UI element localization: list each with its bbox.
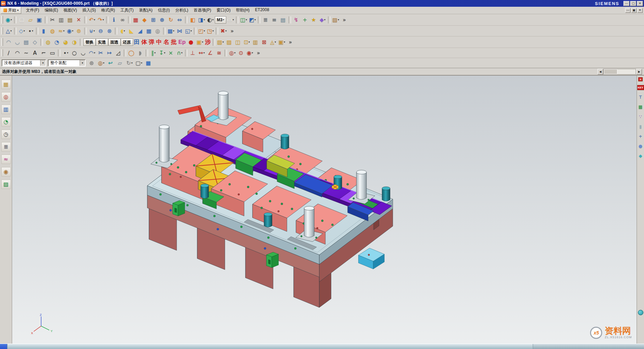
offset-curve-icon[interactable]: ∥▾ [149, 49, 158, 57]
extrude-icon[interactable]: ▮ [39, 27, 48, 35]
fit-view-icon[interactable]: ⊞ [149, 16, 158, 24]
text-icon[interactable]: A [31, 49, 39, 57]
dimension-icon[interactable]: ↔▾ [197, 49, 206, 57]
mold-wizard-icon[interactable]: ▣▾ [196, 38, 204, 47]
yellow-disc[interactable] [332, 185, 339, 189]
datum-plane-icon[interactable]: ◇▾ [18, 27, 26, 35]
mold-core-icon[interactable]: ◫ [234, 38, 242, 47]
undo-icon[interactable]: ↶▾ [88, 16, 96, 24]
replace-button[interactable]: 替换 [83, 38, 96, 46]
view-triad[interactable]: Z X Y [30, 313, 55, 336]
templates-icon[interactable]: T [638, 94, 644, 100]
copy-icon[interactable]: ▥ [57, 16, 66, 24]
mdi-minimize-button[interactable]: — [625, 8, 631, 13]
mdi-close-button[interactable]: ✕ [637, 8, 643, 13]
key-badge[interactable]: KEY [637, 85, 644, 90]
maximize-button[interactable]: ▢ [630, 1, 636, 6]
selection-filter-dropdown[interactable]: 没有选择过滤器 ▼ [2, 59, 46, 66]
palette-grid-icon[interactable]: ▦ [638, 104, 644, 110]
wcs-dynamics-icon[interactable]: ↯ [292, 16, 301, 24]
highlight-icon[interactable]: ◆ [140, 16, 149, 24]
offset-face-icon[interactable]: ◑ [70, 38, 79, 47]
toolbar-overflow-icon[interactable]: » [286, 38, 295, 47]
studio-surface-icon[interactable]: ◠ [4, 38, 13, 47]
shaded-cube-icon[interactable]: ■ [144, 59, 153, 68]
intersect-icon[interactable]: ⊗ [105, 27, 114, 35]
measure-icon[interactable]: ▨▾ [331, 16, 340, 24]
menu-item[interactable]: 分析(L) [173, 6, 191, 14]
scrollbar-track[interactable] [604, 69, 636, 75]
title-bar[interactable]: NX NX 6 - Modeling - [XSQCJGUG60-0005.pr… [0, 0, 644, 7]
toolbar-overflow-icon[interactable]: » [254, 49, 263, 57]
ball-icon[interactable]: ● [638, 143, 644, 149]
mold-parting-icon[interactable]: ▥ [251, 38, 260, 47]
rectangle-icon[interactable]: ▭ [48, 49, 57, 57]
pan-icon[interactable]: ⇔ [175, 16, 184, 24]
background-icon[interactable]: ◐▾ [206, 16, 215, 24]
scroll-right-button[interactable]: ▶ [636, 69, 642, 75]
die-assembly-model[interactable] [147, 91, 393, 307]
save-icon[interactable]: ▣ [35, 16, 44, 24]
selection-scope-dropdown[interactable]: 整个装配 ▼ [48, 59, 86, 66]
show-hide-icon[interactable]: ▦ [131, 16, 140, 24]
history-icon[interactable]: ◷ [1, 130, 11, 139]
draft-icon[interactable]: ◢ [136, 27, 145, 35]
circle-icon[interactable]: ○ [70, 49, 79, 57]
circle-snap-icon[interactable]: ◎▾ [228, 49, 237, 57]
menu-item[interactable]: 插入(S) [80, 6, 98, 14]
ellipse-icon[interactable]: ◯ [127, 49, 136, 57]
rotate-view-icon[interactable]: ↻ [167, 16, 175, 24]
sketch-chamfer-icon[interactable]: ◿ [114, 49, 123, 57]
visual-check-icon[interactable]: ∞ [118, 16, 127, 24]
menu-item[interactable]: 格式(R) [98, 6, 118, 14]
boss-icon[interactable]: ⊚ [75, 27, 83, 35]
reuse-library-icon[interactable]: ◔ [1, 117, 11, 127]
toolbar-overflow-icon[interactable]: » [340, 16, 349, 24]
trim-body-icon[interactable]: ◱▾ [184, 27, 193, 35]
revolve-icon[interactable]: ◍ [48, 27, 57, 35]
viewport-3d-canvas[interactable] [12, 76, 637, 344]
chamfer-icon[interactable]: ◣ [127, 27, 136, 35]
shaded-style-icon[interactable]: ◧ [188, 16, 197, 24]
point-on-curve-icon[interactable]: ⊙ [237, 49, 245, 57]
mold-tools-icon[interactable]: ◬▾ [269, 38, 277, 47]
shell-icon[interactable]: ▦ [145, 27, 153, 35]
pad-icon[interactable]: ◔ [53, 38, 61, 47]
menu-item[interactable]: 视图(V) [61, 6, 80, 14]
sheet-operations-icon[interactable]: ≣ [261, 16, 270, 24]
hole-icon[interactable]: ◉▾ [66, 27, 75, 35]
datum-csys-icon[interactable]: + [301, 16, 310, 24]
she-char-button[interactable]: 涉 [204, 38, 212, 47]
mirror-feature-icon[interactable]: ⋈ [175, 27, 184, 35]
fillet-icon[interactable]: ◠▾ [88, 49, 96, 57]
chevron-down-icon[interactable]: ▼ [80, 60, 85, 66]
cut-icon[interactable]: ✂ [48, 16, 57, 24]
cyan-box[interactable] [358, 248, 384, 269]
tian-char-button[interactable]: 田 [133, 38, 141, 47]
information-icon[interactable]: ≣ [1, 142, 11, 152]
gem-tools-icon[interactable]: ◆▾ [318, 16, 327, 24]
zhong-char-button[interactable]: 中 [155, 38, 163, 47]
visualization-icon[interactable]: ≈ [1, 155, 11, 164]
line-icon[interactable]: ∕ [4, 49, 13, 57]
conic-icon[interactable]: ◗ [136, 49, 145, 57]
scroll-left-button[interactable]: ◀ [597, 69, 603, 75]
taskbar-start-button[interactable] [0, 344, 7, 349]
start-menu-button[interactable]: 开始 ▾ [1, 7, 21, 14]
menu-item[interactable]: 装配(A) [136, 6, 155, 14]
spheres-icon[interactable]: ∵ [638, 113, 644, 119]
sketch-point-icon[interactable]: ∙▾ [61, 49, 70, 57]
mold-cavity-icon[interactable]: ▨ [225, 38, 234, 47]
close-icon[interactable]: ✕ [638, 77, 643, 81]
work-view-icon[interactable]: ▱ [116, 59, 124, 68]
electrode-icon[interactable]: ⊠ [260, 38, 269, 47]
mdi-restore-button[interactable]: ▣ [631, 8, 637, 13]
roles-icon[interactable]: ◉ [1, 167, 11, 177]
plus-tool-icon[interactable]: + [638, 133, 644, 139]
blank-style-icon[interactable]: ▭▾ [226, 16, 235, 24]
redo-icon[interactable]: ↷▾ [96, 16, 105, 24]
paste-icon[interactable]: ▤ [66, 16, 75, 24]
snap-star-icon[interactable]: ★ [310, 16, 318, 24]
minimize-button[interactable]: — [623, 1, 630, 6]
delete-icon[interactable]: ✕ [75, 16, 83, 24]
